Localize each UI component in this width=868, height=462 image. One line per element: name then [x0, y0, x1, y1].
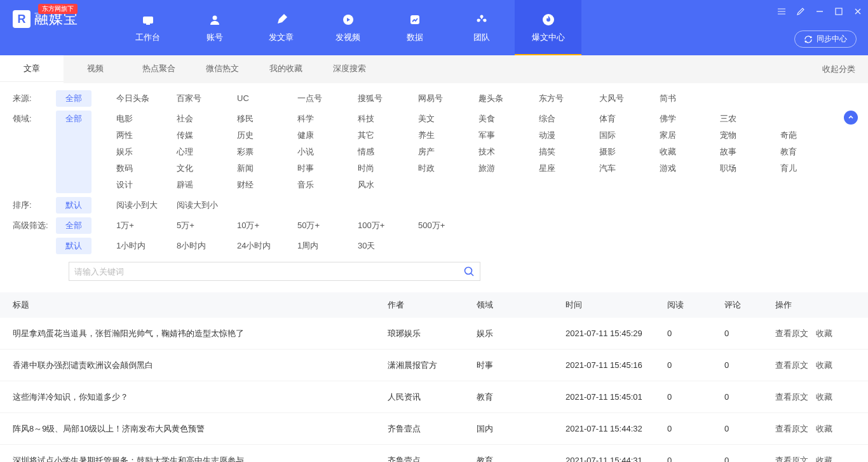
filter-option[interactable]: 其它	[358, 127, 418, 144]
filter-option[interactable]: 收藏	[660, 144, 720, 160]
filter-option[interactable]: 趣头条	[478, 90, 539, 107]
tab-deep-search[interactable]: 深度搜索	[318, 55, 381, 83]
cell-title[interactable]: 这些海洋冷知识，你知道多少？	[13, 391, 388, 403]
filter-option[interactable]: 摄影	[599, 144, 660, 160]
filter-option[interactable]: 5万+	[177, 217, 237, 234]
maximize-icon[interactable]	[834, 6, 844, 17]
filter-option[interactable]: 养生	[418, 127, 478, 144]
filter-option[interactable]: 故事	[720, 144, 780, 160]
favorite-link[interactable]: 收藏	[816, 391, 832, 403]
search-icon[interactable]	[463, 266, 475, 277]
tab-article[interactable]: 文章	[0, 55, 64, 83]
filter-option-selected[interactable]: 全部	[56, 90, 92, 107]
filter-option[interactable]: 技术	[478, 144, 539, 160]
filter-option[interactable]: 1小时内	[116, 238, 177, 254]
filter-option[interactable]: 彩票	[237, 144, 297, 160]
filter-option[interactable]: 简书	[660, 90, 720, 107]
filter-option[interactable]: 辟谣	[177, 177, 237, 193]
filter-option[interactable]: 阅读小到大	[116, 197, 177, 214]
favorite-link[interactable]: 收藏	[816, 360, 832, 371]
filter-option[interactable]: 1万+	[116, 217, 177, 234]
filter-option[interactable]: 小说	[297, 144, 358, 160]
filter-option[interactable]: 情感	[358, 144, 418, 160]
filter-option[interactable]: 科技	[358, 111, 418, 127]
filter-option[interactable]: UC	[237, 90, 297, 107]
filter-option[interactable]: 国际	[599, 127, 660, 144]
view-original-link[interactable]: 查看原文	[775, 423, 808, 435]
filter-option[interactable]: 佛学	[660, 111, 720, 127]
filter-option[interactable]: 时尚	[358, 160, 418, 177]
filter-option[interactable]: 移民	[237, 111, 297, 127]
filter-option[interactable]: 两性	[116, 127, 177, 144]
filter-option[interactable]: 今日头条	[116, 90, 177, 107]
filter-option[interactable]: 时政	[418, 160, 478, 177]
nav-hot-center[interactable]: 爆文中心	[515, 0, 581, 56]
filter-option[interactable]: 育儿	[780, 160, 841, 177]
filter-option[interactable]: 500万+	[418, 217, 478, 234]
filter-option[interactable]: 30天	[358, 238, 418, 254]
filter-option[interactable]: 风水	[358, 177, 418, 193]
cell-title[interactable]: 深圳将试点小学生暑期托管服务：鼓励大学生和高中生志愿参与	[13, 455, 388, 463]
filter-option[interactable]: 大风号	[599, 90, 660, 107]
filter-option[interactable]: 心理	[177, 144, 237, 160]
filter-option[interactable]: 美食	[478, 111, 539, 127]
filter-option[interactable]: 百家号	[177, 90, 237, 107]
cell-title[interactable]: 香港中联办强烈谴责欧洲议会颠倒黑白	[13, 360, 388, 371]
tab-video[interactable]: 视频	[64, 55, 127, 83]
edit-icon[interactable]	[796, 6, 806, 17]
collapse-categories-button[interactable]: 收起分类	[822, 56, 855, 83]
filter-option[interactable]: 社会	[177, 111, 237, 127]
filter-option[interactable]: 50万+	[297, 217, 358, 234]
filter-option[interactable]: 新闻	[237, 160, 297, 177]
filter-option[interactable]: 电影	[116, 111, 177, 127]
filter-option[interactable]: 家居	[660, 127, 720, 144]
filter-option-selected[interactable]: 默认	[56, 238, 92, 254]
filter-option[interactable]: 音乐	[297, 177, 358, 193]
filter-option[interactable]: 东方号	[539, 90, 599, 107]
filter-option[interactable]: 时事	[297, 160, 358, 177]
cell-title[interactable]: 明星拿鸡蛋花当道具，张哲瀚阳光帅气，鞠婧祎的造型太惊艳了	[13, 328, 388, 339]
cell-title[interactable]: 阵风8～9级、局部10级以上！济南发布大风黄色预警	[13, 423, 388, 435]
filter-option[interactable]: 10万+	[237, 217, 297, 234]
filter-option[interactable]: 数码	[116, 160, 177, 177]
filter-option[interactable]: 搜狐号	[358, 90, 418, 107]
filter-option[interactable]: 旅游	[478, 160, 539, 177]
nav-workbench[interactable]: 工作台	[114, 0, 181, 56]
nav-post-video[interactable]: 发视频	[315, 0, 381, 56]
filter-option[interactable]: 奇葩	[780, 127, 841, 144]
filter-option[interactable]: 阅读大到小	[177, 197, 237, 214]
filter-option[interactable]: 8小时内	[177, 238, 237, 254]
filter-option[interactable]: 一点号	[297, 90, 358, 107]
filter-option[interactable]: 星座	[539, 160, 599, 177]
tab-hot-agg[interactable]: 热点聚合	[127, 55, 191, 83]
nav-team[interactable]: 团队	[448, 0, 515, 56]
search-input[interactable]	[74, 267, 463, 276]
filter-option[interactable]: 科学	[297, 111, 358, 127]
filter-option[interactable]: 游戏	[660, 160, 720, 177]
filter-option[interactable]: 1周内	[297, 238, 358, 254]
tab-wechat-hot[interactable]: 微信热文	[191, 55, 254, 83]
filter-option[interactable]: 宠物	[720, 127, 780, 144]
filter-option[interactable]: 100万+	[358, 217, 418, 234]
filter-option[interactable]: 三农	[720, 111, 780, 127]
nav-post-article[interactable]: 发文章	[248, 0, 315, 56]
filter-option[interactable]: 网易号	[418, 90, 478, 107]
filter-option[interactable]: 汽车	[599, 160, 660, 177]
filter-option[interactable]: 军事	[478, 127, 539, 144]
filter-option[interactable]: 搞笑	[539, 144, 599, 160]
filter-option[interactable]: 动漫	[539, 127, 599, 144]
view-original-link[interactable]: 查看原文	[775, 360, 808, 371]
favorite-link[interactable]: 收藏	[816, 455, 832, 463]
filter-option[interactable]: 教育	[780, 144, 841, 160]
close-icon[interactable]	[853, 6, 863, 17]
menu-icon[interactable]	[776, 6, 787, 17]
filter-option[interactable]: 设计	[116, 177, 177, 193]
nav-data[interactable]: 数据	[381, 0, 448, 56]
filter-option[interactable]: 体育	[599, 111, 660, 127]
filter-option[interactable]: 财经	[237, 177, 297, 193]
filter-option[interactable]: 娱乐	[116, 144, 177, 160]
view-original-link[interactable]: 查看原文	[775, 391, 808, 403]
view-original-link[interactable]: 查看原文	[775, 328, 808, 339]
view-original-link[interactable]: 查看原文	[775, 455, 808, 463]
filter-option[interactable]: 健康	[297, 127, 358, 144]
